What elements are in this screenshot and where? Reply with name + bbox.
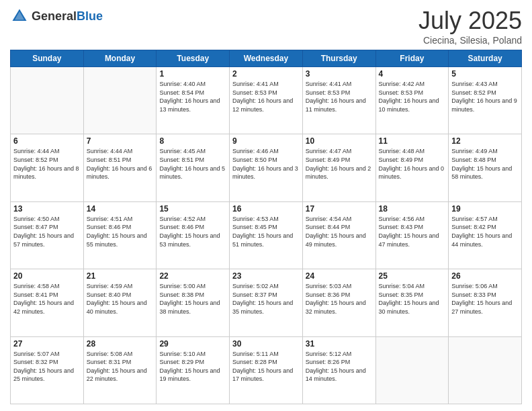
calendar-cell: 10Sunrise: 4:47 AM Sunset: 8:49 PM Dayli… (302, 134, 375, 201)
day-number: 27 (13, 339, 81, 349)
calendar-cell: 7Sunrise: 4:44 AM Sunset: 8:51 PM Daylig… (83, 134, 157, 201)
calendar-cell: 25Sunrise: 5:04 AM Sunset: 8:35 PM Dayli… (375, 269, 449, 336)
calendar-cell: 11Sunrise: 4:48 AM Sunset: 8:49 PM Dayli… (375, 134, 449, 201)
week-row-4: 27Sunrise: 5:07 AM Sunset: 8:32 PM Dayli… (11, 336, 522, 404)
day-info: Sunrise: 4:40 AM Sunset: 8:54 PM Dayligh… (159, 80, 226, 113)
day-number: 18 (379, 204, 446, 214)
calendar-cell (375, 336, 449, 404)
day-info: Sunrise: 5:06 AM Sunset: 8:33 PM Dayligh… (451, 282, 519, 316)
calendar-cell: 22Sunrise: 5:00 AM Sunset: 8:38 PM Dayli… (157, 269, 230, 336)
day-number: 11 (379, 136, 446, 146)
calendar-cell: 19Sunrise: 4:57 AM Sunset: 8:42 PM Dayli… (449, 201, 522, 269)
day-info: Sunrise: 5:02 AM Sunset: 8:37 PM Dayligh… (232, 282, 300, 316)
day-info: Sunrise: 4:58 AM Sunset: 8:41 PM Dayligh… (13, 282, 81, 316)
calendar-cell: 23Sunrise: 5:02 AM Sunset: 8:37 PM Dayli… (230, 269, 303, 336)
day-number: 6 (13, 136, 81, 146)
day-number: 17 (306, 204, 373, 214)
day-number: 19 (451, 204, 519, 214)
day-info: Sunrise: 4:41 AM Sunset: 8:53 PM Dayligh… (232, 80, 300, 113)
calendar-cell: 14Sunrise: 4:51 AM Sunset: 8:46 PM Dayli… (83, 201, 157, 269)
day-info: Sunrise: 4:54 AM Sunset: 8:44 PM Dayligh… (306, 215, 373, 248)
weekday-header-tuesday: Tuesday (157, 50, 230, 67)
day-number: 24 (306, 271, 373, 281)
calendar-cell: 15Sunrise: 4:52 AM Sunset: 8:46 PM Dayli… (157, 201, 230, 269)
calendar-cell: 12Sunrise: 4:49 AM Sunset: 8:48 PM Dayli… (449, 134, 522, 201)
calendar-cell (11, 67, 84, 134)
header: GeneralBlue July 2025 Ciecina, Silesia, … (10, 7, 522, 46)
day-number: 15 (159, 204, 226, 214)
logo-icon (10, 7, 29, 26)
calendar-cell: 30Sunrise: 5:11 AM Sunset: 8:28 PM Dayli… (230, 336, 303, 404)
day-info: Sunrise: 4:57 AM Sunset: 8:42 PM Dayligh… (451, 215, 519, 248)
day-number: 23 (232, 271, 300, 281)
day-info: Sunrise: 4:47 AM Sunset: 8:49 PM Dayligh… (306, 147, 373, 181)
title-block: July 2025 Ciecina, Silesia, Poland (418, 7, 522, 46)
day-info: Sunrise: 4:53 AM Sunset: 8:45 PM Dayligh… (232, 215, 300, 248)
calendar-cell: 8Sunrise: 4:45 AM Sunset: 8:51 PM Daylig… (157, 134, 230, 201)
calendar-cell: 24Sunrise: 5:03 AM Sunset: 8:36 PM Dayli… (302, 269, 375, 336)
day-info: Sunrise: 5:11 AM Sunset: 8:28 PM Dayligh… (232, 350, 300, 383)
day-number: 1 (159, 69, 226, 79)
calendar-cell: 28Sunrise: 5:08 AM Sunset: 8:31 PM Dayli… (83, 336, 157, 404)
day-info: Sunrise: 4:56 AM Sunset: 8:43 PM Dayligh… (379, 215, 446, 248)
day-number: 10 (306, 136, 373, 146)
calendar-cell (449, 336, 522, 404)
day-number: 29 (159, 339, 226, 349)
day-number: 7 (87, 136, 154, 146)
day-info: Sunrise: 4:51 AM Sunset: 8:46 PM Dayligh… (87, 215, 154, 248)
day-info: Sunrise: 4:46 AM Sunset: 8:50 PM Dayligh… (232, 147, 300, 181)
calendar: SundayMondayTuesdayWednesdayThursdayFrid… (10, 50, 522, 404)
week-row-1: 6Sunrise: 4:44 AM Sunset: 8:52 PM Daylig… (11, 134, 522, 201)
day-number: 16 (232, 204, 300, 214)
location-title: Ciecina, Silesia, Poland (418, 35, 522, 46)
calendar-cell: 3Sunrise: 4:41 AM Sunset: 8:53 PM Daylig… (302, 67, 375, 134)
day-info: Sunrise: 5:07 AM Sunset: 8:32 PM Dayligh… (13, 350, 81, 383)
day-info: Sunrise: 5:08 AM Sunset: 8:31 PM Dayligh… (87, 350, 154, 383)
weekday-header-thursday: Thursday (302, 50, 375, 67)
day-number: 4 (379, 69, 446, 79)
day-info: Sunrise: 4:59 AM Sunset: 8:40 PM Dayligh… (87, 282, 154, 316)
day-info: Sunrise: 4:52 AM Sunset: 8:46 PM Dayligh… (159, 215, 226, 248)
weekday-header-monday: Monday (83, 50, 157, 67)
month-title: July 2025 (418, 7, 522, 35)
day-number: 22 (159, 271, 226, 281)
day-info: Sunrise: 4:44 AM Sunset: 8:51 PM Dayligh… (87, 147, 154, 181)
day-number: 28 (87, 339, 154, 349)
day-number: 14 (87, 204, 154, 214)
day-number: 31 (306, 339, 373, 349)
weekday-header-saturday: Saturday (449, 50, 522, 67)
calendar-cell: 27Sunrise: 5:07 AM Sunset: 8:32 PM Dayli… (11, 336, 84, 404)
calendar-cell: 4Sunrise: 4:42 AM Sunset: 8:53 PM Daylig… (375, 67, 449, 134)
day-info: Sunrise: 4:43 AM Sunset: 8:52 PM Dayligh… (451, 80, 519, 113)
page: GeneralBlue July 2025 Ciecina, Silesia, … (0, 0, 532, 411)
day-info: Sunrise: 4:50 AM Sunset: 8:47 PM Dayligh… (13, 215, 81, 248)
day-number: 9 (232, 136, 300, 146)
weekday-header-sunday: Sunday (11, 50, 84, 67)
calendar-cell: 17Sunrise: 4:54 AM Sunset: 8:44 PM Dayli… (302, 201, 375, 269)
weekday-header-friday: Friday (375, 50, 449, 67)
week-row-0: 1Sunrise: 4:40 AM Sunset: 8:54 PM Daylig… (11, 67, 522, 134)
calendar-cell: 5Sunrise: 4:43 AM Sunset: 8:52 PM Daylig… (449, 67, 522, 134)
day-info: Sunrise: 4:49 AM Sunset: 8:48 PM Dayligh… (451, 147, 519, 181)
day-info: Sunrise: 4:44 AM Sunset: 8:52 PM Dayligh… (13, 147, 81, 181)
day-info: Sunrise: 5:00 AM Sunset: 8:38 PM Dayligh… (159, 282, 226, 316)
calendar-cell: 16Sunrise: 4:53 AM Sunset: 8:45 PM Dayli… (230, 201, 303, 269)
day-number: 12 (451, 136, 519, 146)
calendar-cell: 9Sunrise: 4:46 AM Sunset: 8:50 PM Daylig… (230, 134, 303, 201)
day-info: Sunrise: 5:04 AM Sunset: 8:35 PM Dayligh… (379, 282, 446, 316)
day-number: 13 (13, 204, 81, 214)
weekday-header-row: SundayMondayTuesdayWednesdayThursdayFrid… (11, 50, 522, 67)
calendar-cell: 13Sunrise: 4:50 AM Sunset: 8:47 PM Dayli… (11, 201, 84, 269)
day-number: 25 (379, 271, 446, 281)
day-number: 3 (306, 69, 373, 79)
calendar-cell: 20Sunrise: 4:58 AM Sunset: 8:41 PM Dayli… (11, 269, 84, 336)
day-info: Sunrise: 4:45 AM Sunset: 8:51 PM Dayligh… (159, 147, 226, 181)
calendar-cell: 18Sunrise: 4:56 AM Sunset: 8:43 PM Dayli… (375, 201, 449, 269)
week-row-3: 20Sunrise: 4:58 AM Sunset: 8:41 PM Dayli… (11, 269, 522, 336)
day-info: Sunrise: 4:42 AM Sunset: 8:53 PM Dayligh… (379, 80, 446, 113)
day-info: Sunrise: 4:41 AM Sunset: 8:53 PM Dayligh… (306, 80, 373, 113)
logo: GeneralBlue (10, 7, 103, 26)
day-number: 21 (87, 271, 154, 281)
calendar-cell: 31Sunrise: 5:12 AM Sunset: 8:26 PM Dayli… (302, 336, 375, 404)
day-number: 2 (232, 69, 300, 79)
